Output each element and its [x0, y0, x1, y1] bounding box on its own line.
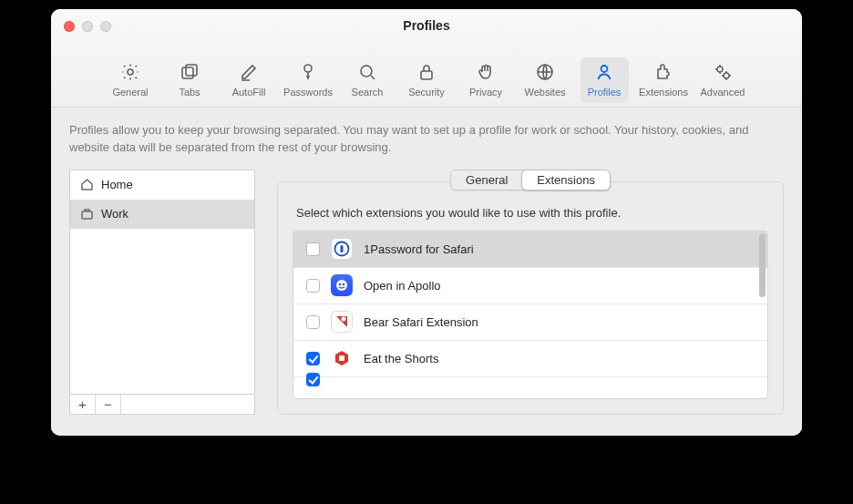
bear-icon — [331, 311, 353, 333]
toolbar-profiles[interactable]: Profiles — [581, 57, 629, 103]
extensions-panel: Select which extensions you would like t… — [277, 181, 784, 415]
extension-name: Eat the Shorts — [364, 352, 438, 365]
profiles-list[interactable]: Home Work — [69, 170, 255, 395]
svg-point-0 — [128, 69, 133, 75]
toolbar-label: Privacy — [469, 87, 502, 98]
hand-icon — [475, 61, 497, 83]
extension-row-partial[interactable] — [293, 377, 767, 388]
segment-extensions[interactable]: Extensions — [521, 170, 611, 190]
svg-point-16 — [342, 317, 346, 322]
content-area: Profiles allow you to keep your browsing… — [51, 108, 802, 436]
extension-checkbox[interactable] — [306, 352, 320, 365]
toolbar-label: Security — [408, 87, 445, 98]
add-profile-button[interactable]: + — [70, 395, 96, 414]
toolbar-label: AutoFill — [232, 87, 266, 98]
toolbar-label: Search — [352, 87, 384, 98]
1password-icon — [331, 238, 353, 260]
toolbar-label: Passwords — [283, 87, 333, 98]
toolbar-autofill[interactable]: AutoFill — [225, 57, 273, 103]
svg-point-14 — [339, 283, 342, 286]
key-icon — [297, 61, 319, 83]
profiles-list-buttons: + − — [69, 395, 255, 415]
extension-row[interactable]: Open in Apollo — [293, 268, 767, 304]
profiles-sidebar: Home Work + − — [69, 170, 255, 415]
toolbar-advanced[interactable]: Advanced — [699, 57, 747, 103]
preferences-window: Profiles General Tabs AutoFill Passwords… — [51, 9, 802, 436]
puzzle-icon — [653, 61, 674, 83]
person-icon — [593, 61, 615, 83]
extension-name: Bear Safari Extension — [364, 315, 478, 329]
extension-row[interactable]: Bear Safari Extension — [293, 304, 767, 341]
shorts-icon — [331, 347, 353, 369]
lock-icon — [416, 61, 437, 83]
detail-segmented-control[interactable]: General Extensions — [450, 170, 611, 190]
toolbar-security[interactable]: Security — [403, 57, 451, 103]
extension-checkbox[interactable] — [306, 279, 320, 293]
extension-row[interactable]: 1Password for Safari — [293, 231, 767, 268]
profile-row-work[interactable]: Work — [70, 200, 254, 229]
svg-point-9 — [724, 73, 729, 78]
toolbar-label: General — [112, 87, 148, 98]
globe-icon — [534, 61, 556, 83]
toolbar-passwords[interactable]: Passwords — [284, 57, 333, 103]
svg-point-7 — [601, 66, 608, 72]
extension-checkbox[interactable] — [306, 242, 320, 256]
svg-point-4 — [361, 66, 372, 77]
search-icon — [356, 61, 378, 83]
toolbar-label: Websites — [524, 87, 565, 98]
extension-checkbox[interactable] — [306, 315, 320, 329]
apollo-icon — [331, 274, 353, 296]
svg-point-3 — [304, 65, 312, 72]
toolbar-search[interactable]: Search — [344, 57, 392, 103]
extensions-list[interactable]: 1Password for Safari Open in Apollo Bear — [293, 231, 768, 399]
pencil-icon — [238, 61, 260, 83]
tabs-icon — [179, 61, 200, 83]
gear-icon — [119, 61, 141, 83]
window-title: Profiles — [51, 18, 802, 33]
house-icon — [79, 178, 94, 192]
briefcase-icon — [79, 207, 94, 221]
svg-rect-18 — [339, 355, 344, 361]
extension-name: Open in Apollo — [364, 279, 441, 293]
toolbar-websites[interactable]: Websites — [521, 57, 570, 103]
extensions-hint: Select which extensions you would like t… — [296, 206, 765, 220]
toolbar-privacy[interactable]: Privacy — [462, 57, 510, 103]
svg-point-13 — [336, 280, 347, 291]
extension-name: 1Password for Safari — [364, 242, 474, 256]
extension-row[interactable]: Eat the Shorts — [293, 341, 767, 377]
svg-rect-1 — [182, 67, 193, 78]
toolbar-label: Advanced — [701, 87, 745, 98]
preferences-toolbar: General Tabs AutoFill Passwords Search S… — [51, 57, 802, 103]
svg-point-8 — [717, 67, 723, 72]
toolbar-extensions[interactable]: Extensions — [640, 57, 688, 103]
extension-checkbox[interactable] — [306, 373, 320, 386]
svg-point-15 — [343, 283, 345, 286]
gears-icon — [712, 61, 734, 83]
profile-row-home[interactable]: Home — [70, 170, 254, 200]
segment-general[interactable]: General — [451, 170, 522, 190]
toolbar-label: Profiles — [588, 87, 622, 98]
svg-rect-5 — [421, 71, 432, 79]
toolbar-general[interactable]: General — [107, 57, 155, 103]
svg-rect-2 — [186, 65, 197, 76]
profile-detail: General Extensions Select which extensio… — [277, 170, 784, 415]
scrollbar-thumb[interactable] — [759, 233, 766, 297]
titlebar: Profiles General Tabs AutoFill Passwords… — [51, 9, 802, 108]
toolbar-label: Extensions — [639, 87, 688, 98]
toolbar-label: Tabs — [179, 87, 200, 98]
profile-name: Home — [101, 178, 133, 191]
profile-name: Work — [101, 207, 128, 221]
profiles-description: Profiles allow you to keep your browsing… — [69, 122, 771, 157]
svg-rect-10 — [82, 211, 92, 219]
remove-profile-button[interactable]: − — [96, 395, 121, 414]
svg-rect-12 — [341, 245, 344, 252]
toolbar-tabs[interactable]: Tabs — [166, 57, 214, 103]
